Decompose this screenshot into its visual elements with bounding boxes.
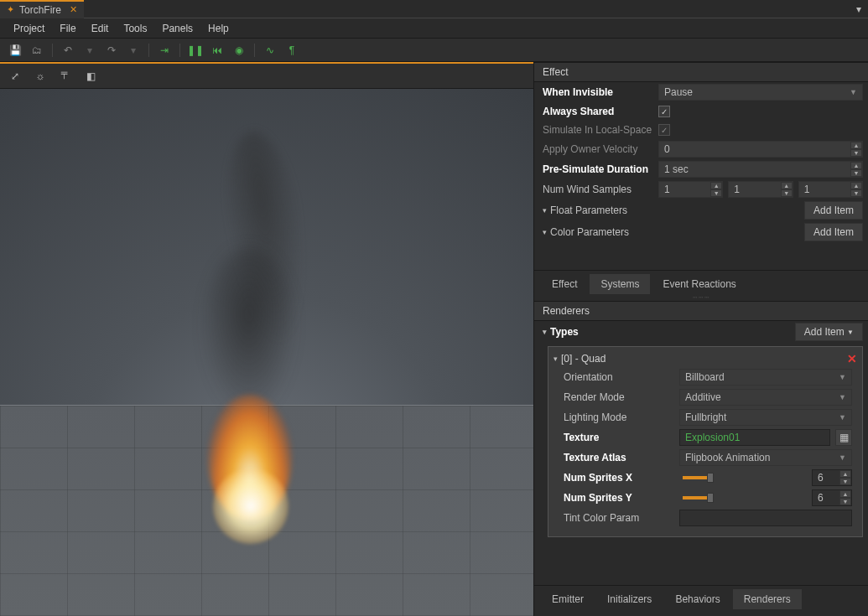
num-wind-label: Num Wind Samples: [543, 184, 652, 195]
texture-atlas-combo[interactable]: Flipbook Animation▼: [679, 449, 852, 466]
lighting-mode-label: Lighting Mode: [564, 412, 673, 423]
remove-renderer-icon[interactable]: ✕: [847, 352, 857, 365]
graph-icon[interactable]: ∿: [262, 42, 278, 59]
menu-file[interactable]: File: [53, 21, 82, 36]
tab-renderers[interactable]: Renderers: [733, 589, 802, 609]
save-icon[interactable]: 💾: [7, 42, 23, 59]
num-wind-z[interactable]: 1▲▼: [798, 181, 863, 198]
apply-owner-velocity-field[interactable]: 0 ▲▼: [658, 141, 863, 158]
num-wind-x[interactable]: 1▲▼: [658, 181, 723, 198]
splitter-grip[interactable]: ┄┄┄: [534, 294, 868, 301]
viewport-toolbar: ⤢ ☼ 〒 ◧: [0, 64, 533, 89]
menu-project[interactable]: Project: [7, 21, 51, 36]
loop-icon[interactable]: ◉: [231, 42, 247, 59]
inspector-pane: Effect When Invisible Pause ▼ Always Sha…: [533, 62, 868, 616]
grid-icon[interactable]: 〒: [57, 68, 74, 85]
viewport-3d[interactable]: [0, 89, 533, 616]
texture-browse-icon[interactable]: ▦: [835, 429, 852, 446]
mid-tabs: Effect Systems Event Reactions: [534, 270, 868, 294]
types-toggle[interactable]: ▾ Types: [543, 326, 652, 338]
num-sprites-y-field[interactable]: 6▲▼: [812, 489, 852, 506]
when-invisible-label: When Invisible: [543, 86, 652, 98]
chevron-down-icon: ▾: [543, 206, 547, 215]
render-mode-combo[interactable]: Additive▼: [679, 389, 852, 406]
renderers-header: Renderers: [534, 301, 868, 321]
texture-atlas-label: Texture Atlas: [564, 452, 673, 463]
apply-owner-velocity-label: Apply Owner Velocity: [543, 143, 652, 155]
add-color-param-button[interactable]: Add Item: [804, 223, 863, 241]
float-parameters-toggle[interactable]: ▾ Float Parameters: [543, 204, 652, 216]
tab-initializers[interactable]: Initializers: [596, 589, 663, 609]
effect-section-header: Effect: [534, 62, 868, 82]
fire-core-sprite: [213, 468, 288, 544]
pre-simulate-label: Pre-Simulate Duration: [543, 163, 652, 175]
chevron-down-icon[interactable]: ▾: [554, 355, 558, 363]
add-renderer-button[interactable]: Add Item ▼: [795, 323, 863, 341]
num-sprites-y-slider[interactable]: [683, 496, 803, 500]
menu-help[interactable]: Help: [201, 21, 236, 36]
always-shared-label: Always Shared: [543, 106, 652, 117]
render-mode-label: Render Mode: [564, 391, 673, 403]
redo-icon[interactable]: ↷: [103, 42, 120, 59]
chevron-down-icon: ▾: [543, 228, 547, 236]
tint-color-field[interactable]: [679, 510, 852, 526]
renderer-item-title: [0] - Quad: [561, 353, 606, 365]
import-icon[interactable]: ⇥: [156, 42, 173, 59]
play-pause-icon[interactable]: ❚❚: [187, 42, 204, 59]
bottom-tabs: Emitter Initializers Behaviors Renderers: [534, 585, 868, 616]
chevron-down-icon: ▾: [543, 328, 547, 336]
menu-edit[interactable]: Edit: [85, 21, 116, 36]
tab-behaviors[interactable]: Behaviors: [664, 589, 730, 609]
redo-dropdown-icon[interactable]: ▾: [125, 42, 142, 59]
titlebar: ✦ TorchFire ✕ ▾: [0, 0, 868, 18]
texture-field[interactable]: Explosion01: [679, 429, 830, 446]
simulate-local-checkbox[interactable]: ✓: [658, 124, 670, 136]
orientation-label: Orientation: [564, 371, 673, 383]
toolbar: 💾 🗂 ↶ ▾ ↷ ▾ ⇥ ❚❚ ⏮ ◉ ∿ ¶: [0, 39, 868, 62]
menu-tools[interactable]: Tools: [117, 21, 153, 36]
expand-icon[interactable]: ⤢: [7, 68, 23, 85]
pre-simulate-field[interactable]: 1 sec ▲▼: [658, 161, 863, 178]
camera-icon[interactable]: ◧: [82, 68, 99, 85]
tab-effect[interactable]: Effect: [541, 274, 588, 294]
chevron-down-icon: ▼: [850, 88, 857, 96]
when-invisible-combo[interactable]: Pause ▼: [658, 84, 863, 101]
close-tab-icon[interactable]: ✕: [70, 4, 77, 15]
undo-icon[interactable]: ↶: [60, 42, 76, 59]
always-shared-checkbox[interactable]: ✓: [658, 106, 670, 117]
spinner[interactable]: ▲▼: [850, 142, 862, 157]
smoke-sprite: [203, 247, 295, 415]
num-wind-y[interactable]: 1▲▼: [728, 181, 793, 198]
num-sprites-x-label: Num Sprites X: [564, 472, 673, 484]
menubar: Project File Edit Tools Panels Help: [0, 18, 868, 39]
num-sprites-y-label: Num Sprites Y: [564, 492, 673, 504]
texture-label: Texture: [564, 432, 673, 443]
num-sprites-x-slider[interactable]: [683, 476, 803, 479]
color-parameters-toggle[interactable]: ▾ Color Parameters: [543, 226, 652, 238]
renderer-item-0: ▾ [0] - Quad ✕ Orientation Billboard▼ Re…: [548, 346, 863, 537]
num-sprites-x-field[interactable]: 6▲▼: [812, 469, 852, 486]
viewport-pane: ⤢ ☼ 〒 ◧: [0, 62, 533, 616]
tint-color-label: Tint Color Param: [564, 512, 673, 524]
simulate-local-label: Simulate In Local-Space: [543, 124, 652, 136]
orientation-combo[interactable]: Billboard▼: [679, 369, 852, 386]
titlebar-dropdown-icon[interactable]: ▾: [850, 3, 868, 15]
spinner[interactable]: ▲▼: [850, 162, 862, 177]
tab-event-reactions[interactable]: Event Reactions: [652, 274, 746, 294]
restart-icon[interactable]: ⏮: [209, 42, 226, 59]
light-icon[interactable]: ☼: [32, 68, 49, 85]
tab-systems[interactable]: Systems: [590, 274, 650, 294]
pilcrow-icon[interactable]: ¶: [283, 42, 300, 59]
menu-panels[interactable]: Panels: [155, 21, 200, 36]
particles-icon: ✦: [7, 4, 14, 15]
save-all-icon[interactable]: 🗂: [29, 42, 45, 59]
main-area: ⤢ ☼ 〒 ◧ Effect When Invisible Pause ▼: [0, 62, 868, 616]
undo-dropdown-icon[interactable]: ▾: [81, 42, 98, 59]
add-float-param-button[interactable]: Add Item: [804, 201, 863, 220]
lighting-mode-combo[interactable]: Fullbright▼: [679, 409, 852, 426]
document-tab[interactable]: ✦ TorchFire ✕: [0, 0, 84, 18]
tab-emitter[interactable]: Emitter: [541, 589, 595, 609]
tab-title: TorchFire: [19, 4, 61, 16]
